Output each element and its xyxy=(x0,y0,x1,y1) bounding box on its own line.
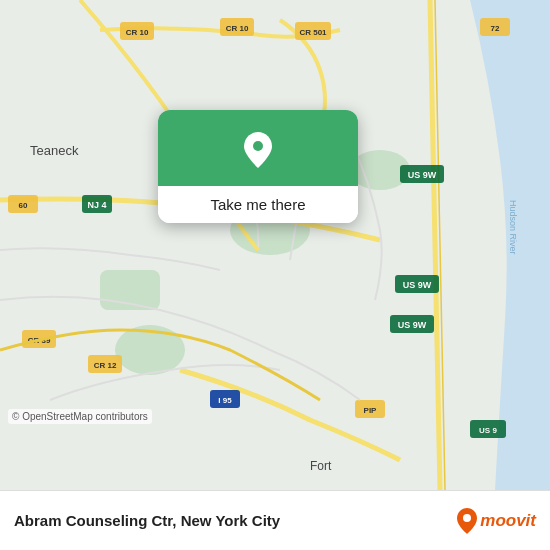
svg-text:NJ 4: NJ 4 xyxy=(87,200,106,210)
moovit-brand-text: moovit xyxy=(480,511,536,531)
svg-text:I 95: I 95 xyxy=(218,396,232,405)
location-name: Abram Counseling Ctr, New York City xyxy=(14,512,448,529)
svg-text:60: 60 xyxy=(19,201,28,210)
popup-green-section xyxy=(158,110,358,186)
svg-text:CR 10: CR 10 xyxy=(226,24,249,33)
svg-text:US 9W: US 9W xyxy=(403,280,432,290)
svg-text:CR 10: CR 10 xyxy=(126,28,149,37)
svg-text:US 9: US 9 xyxy=(479,426,497,435)
location-pin-icon xyxy=(236,128,280,172)
svg-text:CR 501: CR 501 xyxy=(299,28,327,37)
svg-text:Hudson River: Hudson River xyxy=(508,200,518,255)
svg-point-36 xyxy=(253,141,263,151)
svg-text:Fort: Fort xyxy=(310,459,332,473)
take-me-there-button[interactable]: Take me there xyxy=(158,186,358,223)
map-attribution: © OpenStreetMap contributors xyxy=(8,409,152,424)
popup-card: Take me there xyxy=(158,110,358,223)
moovit-pin-icon xyxy=(456,507,478,535)
bottom-bar: Abram Counseling Ctr, New York City moov… xyxy=(0,490,550,550)
svg-text:PIP: PIP xyxy=(364,406,378,415)
svg-point-37 xyxy=(463,514,471,522)
svg-text:CR 12: CR 12 xyxy=(94,361,117,370)
svg-text:Teaneck: Teaneck xyxy=(30,143,79,158)
svg-text:72: 72 xyxy=(491,24,500,33)
svg-text:US 9W: US 9W xyxy=(398,320,427,330)
svg-text:US 9W: US 9W xyxy=(408,170,437,180)
map-container: Hudson River US 9W US 9W US 9W NJ 4 CR 1… xyxy=(0,0,550,490)
moovit-logo: moovit xyxy=(456,507,536,535)
